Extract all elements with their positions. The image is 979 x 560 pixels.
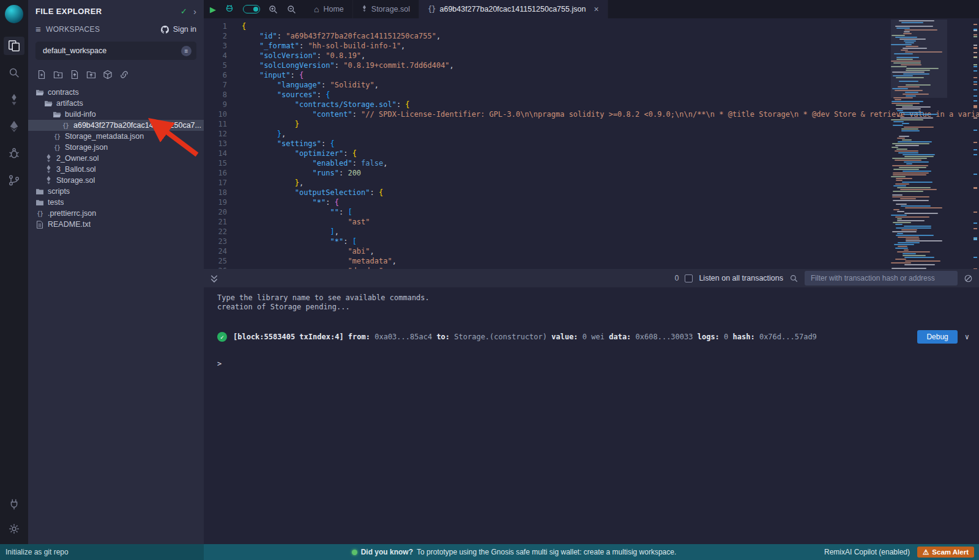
- sign-in-button[interactable]: Sign in: [160, 25, 196, 34]
- tree-item-2-owner-sol[interactable]: 2_Owner.sol: [28, 153, 204, 164]
- line-content: "contracts/Storage.sol": {: [227, 100, 410, 109]
- link-icon[interactable]: [119, 70, 129, 79]
- panel-title: FILE EXPLORER: [35, 7, 102, 16]
- tree-item-build-info[interactable]: build-info: [28, 109, 204, 120]
- line-number: 4: [204, 51, 227, 61]
- json-file-icon: {}: [53, 133, 61, 140]
- line-content: "id": "a69b43f277ba20fcac141151250ca755"…: [227, 31, 441, 41]
- solidity-compiler-icon[interactable]: [4, 90, 24, 109]
- folder-open-icon: [35, 89, 44, 97]
- tree-item-artifacts[interactable]: artifacts: [28, 98, 204, 109]
- code-line: 10 "content": "// SPDX-License-Identifie…: [204, 109, 979, 119]
- transaction-row[interactable]: ✓ [block:5583405 txIndex:4] from: 0xa03.…: [217, 330, 969, 344]
- upload-folder-icon[interactable]: [86, 70, 96, 79]
- search-icon[interactable]: [4, 64, 24, 82]
- terminal-log-line: creation of Storage pending...: [217, 303, 969, 312]
- close-tab-icon[interactable]: ×: [594, 4, 598, 14]
- debugger-icon[interactable]: [4, 144, 24, 163]
- scam-alert-badge[interactable]: ⚠ Scam Alert: [917, 547, 974, 558]
- code-line: 13 "settings": {: [204, 139, 979, 149]
- upload-file-icon[interactable]: [70, 70, 80, 79]
- workspace-options-icon[interactable]: ≡: [181, 46, 192, 56]
- tab-storage-sol[interactable]: Storage.sol: [353, 0, 419, 18]
- line-content: "content": "// SPDX-License-Identifier: …: [227, 109, 979, 119]
- json-file-icon: {}: [53, 144, 61, 151]
- zoom-out-icon[interactable]: [286, 4, 297, 15]
- tree-item-3-ballot-sol[interactable]: 3_Ballot.sol: [28, 164, 204, 175]
- github-icon: [160, 25, 169, 34]
- expand-terminal-icon[interactable]: [210, 274, 218, 283]
- workspace: ▶ ⌂HomeStorage.sol{}a69b43f277ba20fcac14…: [204, 0, 979, 544]
- line-number: 1: [204, 21, 227, 31]
- copilot-status[interactable]: RemixAI Copilot (enabled): [824, 548, 910, 556]
- home-icon: ⌂: [314, 4, 319, 14]
- terminal[interactable]: Type the library name to see available c…: [204, 287, 979, 544]
- tx-expand-icon[interactable]: ∨: [965, 333, 969, 341]
- tree-item-storage-json[interactable]: {}Storage.json: [28, 142, 204, 153]
- solidity-file-icon: [44, 176, 53, 185]
- listen-checkbox[interactable]: [685, 274, 693, 282]
- new-file-icon[interactable]: [37, 70, 47, 79]
- plugin-manager-icon[interactable]: [4, 495, 24, 514]
- line-number: 15: [204, 158, 227, 168]
- tree-item-storage-metadata-json[interactable]: {}Storage_metadata.json: [28, 131, 204, 142]
- tree-item-contracts[interactable]: contracts: [28, 87, 204, 98]
- tree-item-label: 2_Owner.sol: [56, 154, 99, 163]
- line-number: 2: [204, 31, 227, 41]
- line-number: 23: [204, 237, 227, 246]
- line-content: "abi",: [227, 246, 374, 256]
- tree-item-label: a69b43f277ba20fcac141151250ca7...: [73, 121, 201, 130]
- tree-item-readme-txt[interactable]: README.txt: [28, 219, 204, 230]
- line-number: 21: [204, 217, 227, 227]
- copilot-toggle[interactable]: [243, 5, 260, 13]
- folder-open-icon: [44, 100, 53, 108]
- workspaces-menu-icon[interactable]: ≡: [35, 24, 41, 34]
- panel-chevron-icon[interactable]: ›: [193, 6, 196, 17]
- debug-button[interactable]: Debug: [917, 330, 957, 344]
- tree-item-tests[interactable]: tests: [28, 197, 204, 208]
- folder-open-icon: [53, 111, 61, 119]
- overview-ruler: [973, 18, 978, 269]
- tab-a69b43f277ba20fcac141151250ca755-json[interactable]: {}a69b43f277ba20fcac141151250ca755.json×: [419, 0, 608, 18]
- code-line: 4 "solcVersion": "0.8.19",: [204, 51, 979, 61]
- workspace-select[interactable]: default_workspace ≡: [35, 42, 196, 60]
- run-script-icon[interactable]: ▶: [210, 5, 216, 14]
- code-line: 5 "solcLongVersion": "0.8.19+commit.7dd6…: [204, 61, 979, 70]
- git-icon[interactable]: [4, 171, 24, 190]
- transaction-count: 0: [675, 274, 679, 282]
- tip-message: Did you know? To prototype using the Gno…: [204, 544, 824, 560]
- new-folder-icon[interactable]: [53, 70, 63, 79]
- main-row: FILE EXPLORER ✓ › ≡ WORKSPACES Sign in: [0, 0, 979, 544]
- tree-item--prettierrc-json[interactable]: {}.prettierrc.json: [28, 208, 204, 219]
- tab-label: Home: [323, 5, 343, 13]
- line-number: 19: [204, 197, 227, 207]
- code-editor[interactable]: 1{2 "id": "a69b43f277ba20fcac141151250ca…: [204, 18, 979, 269]
- line-number: 8: [204, 90, 227, 100]
- deploy-run-icon[interactable]: [4, 117, 24, 136]
- terminal-prompt[interactable]: >: [217, 359, 969, 368]
- file-explorer-icon[interactable]: [4, 37, 24, 55]
- tree-item-storage-sol[interactable]: Storage.sol: [28, 175, 204, 186]
- remix-logo[interactable]: [5, 5, 23, 23]
- zoom-in-icon[interactable]: [268, 4, 278, 15]
- line-number: 11: [204, 119, 227, 129]
- clear-console-icon[interactable]: [964, 274, 973, 283]
- line-content: },: [227, 178, 303, 188]
- code-line: 26 "devdoc",: [204, 266, 979, 269]
- cube-icon[interactable]: [103, 70, 113, 79]
- tree-item-a69b43f277ba20fcac141151250ca7-[interactable]: {}a69b43f277ba20fcac141151250ca7...: [28, 120, 204, 131]
- line-content: "sources": {: [227, 90, 330, 100]
- terminal-search-icon[interactable]: [789, 274, 798, 283]
- ai-assistant-icon[interactable]: [224, 2, 235, 16]
- tab-home[interactable]: ⌂Home: [305, 0, 353, 18]
- tree-item-label: scripts: [48, 187, 70, 196]
- accept-check-icon[interactable]: ✓: [181, 7, 187, 16]
- tree-item-scripts[interactable]: scripts: [28, 186, 204, 197]
- settings-icon[interactable]: [4, 520, 24, 538]
- tip-text: To prototype using the Gnosis safe multi…: [417, 548, 676, 556]
- code-line: 25 "metadata",: [204, 256, 979, 266]
- minimap-viewport[interactable]: [891, 20, 947, 98]
- code-line: 23 "*": [: [204, 237, 979, 246]
- minimap[interactable]: [891, 20, 947, 269]
- transaction-filter-input[interactable]: [805, 271, 958, 286]
